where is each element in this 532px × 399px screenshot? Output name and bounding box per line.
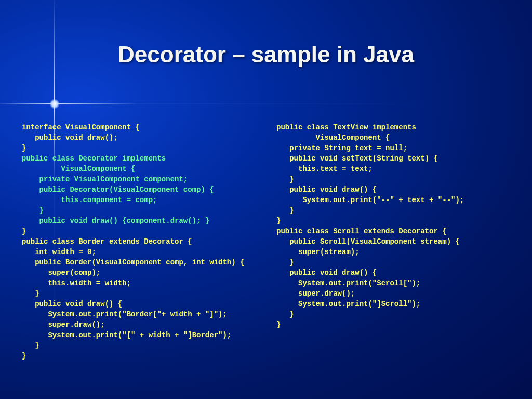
code-line: } (276, 258, 294, 267)
code-line: } (22, 341, 39, 350)
code-line: public void draw() { (276, 269, 377, 277)
code-line: public void draw(); (22, 134, 118, 142)
code-line: } (22, 352, 26, 360)
code-line: int width = 0; (22, 248, 96, 256)
code-line: System.out.print("Scroll["); (276, 279, 420, 287)
code-line: System.out.print("]Scroll"); (276, 300, 420, 308)
code-line: interface VisualComponent { (22, 123, 140, 131)
code-left-column: interface VisualComponent { public void … (22, 122, 256, 383)
code-line: private VisualComponent component; (22, 175, 188, 183)
code-line: public void draw() { (22, 300, 122, 308)
code-line: this.component = comp; (22, 196, 157, 204)
code-line: super(comp); (22, 269, 100, 277)
code-line: System.out.print("[" + width + "]Border"… (22, 331, 231, 339)
code-line: } (276, 175, 294, 183)
code-line: this.text = text; (276, 165, 373, 173)
code-line: public void draw() {component.draw(); } (22, 217, 209, 225)
code-line: public void draw() { (276, 185, 377, 194)
code-line: public class TextView implements (276, 123, 416, 131)
code-line: super.draw(); (22, 321, 105, 329)
code-line: public void setText(String text) { (276, 154, 438, 163)
code-line: } (276, 206, 294, 215)
code-line: } (22, 227, 26, 235)
code-line: System.out.print("Border["+ width + "]")… (22, 310, 227, 318)
code-line: } (276, 217, 281, 225)
code-line: super(stream); (276, 248, 360, 256)
slide-title: Decorator – sample in Java (0, 42, 532, 68)
code-line: } (22, 144, 26, 152)
code-line: super.draw(); (276, 289, 355, 298)
code-right-column: public class TextView implements VisualC… (276, 122, 510, 383)
code-line: VisualComponent { (22, 165, 135, 173)
code-columns: interface VisualComponent { public void … (22, 122, 510, 383)
code-line: private String text = null; (276, 144, 407, 152)
code-line: public Decorator(VisualComponent comp) { (22, 185, 214, 194)
code-line: public Border(VisualComponent comp, int … (22, 258, 244, 267)
code-line: } (22, 289, 39, 298)
code-line: this.width = width; (22, 279, 131, 287)
code-line: public class Decorator implements (22, 154, 166, 163)
code-line: public Scroll(VisualComponent stream) { (276, 237, 460, 246)
code-line: } (276, 310, 294, 318)
code-line: } (22, 206, 44, 215)
code-line: VisualComponent { (276, 134, 390, 142)
code-line: } (276, 321, 281, 329)
code-line: public class Scroll extends Decorator { (276, 227, 447, 235)
code-line: public class Border extends Decorator { (22, 237, 192, 246)
code-line: System.out.print("--" + text + "--"); (276, 196, 464, 204)
